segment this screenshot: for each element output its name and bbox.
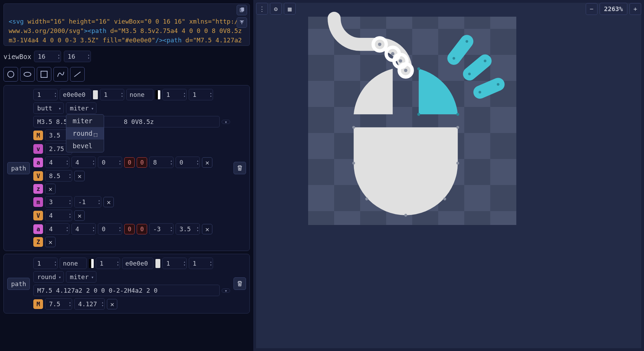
canvas-area[interactable] xyxy=(256,3,641,348)
cmd-arg-input[interactable] xyxy=(45,157,69,168)
svg-point-3 xyxy=(24,72,31,76)
linejoin-select[interactable]: miter xyxy=(66,102,96,114)
line-tool[interactable] xyxy=(70,67,85,82)
cmd-letter[interactable]: a xyxy=(33,224,43,234)
cmd-arg-input[interactable] xyxy=(176,223,200,235)
svg-point-25 xyxy=(456,113,459,116)
canvas-panel: ⋮ ⚙ ▦ − 2263% + xyxy=(253,0,644,351)
delete-command-button[interactable]: ✕ xyxy=(107,299,117,309)
cmd-arg-input[interactable] xyxy=(176,157,200,168)
copy-button[interactable] xyxy=(237,5,247,15)
grid-button[interactable]: ▦ xyxy=(284,3,296,15)
zoom-level[interactable]: 2263% xyxy=(600,3,627,15)
fill-color-input[interactable] xyxy=(60,258,87,269)
stroke-swatch[interactable] xyxy=(155,259,160,268)
spinner-icon[interactable]: ▴▾ xyxy=(58,51,60,61)
arc-flag-button[interactable]: 0 xyxy=(124,157,135,168)
curve-tool[interactable] xyxy=(53,67,68,82)
cmd-letter[interactable]: M xyxy=(33,299,43,309)
trash-icon xyxy=(237,281,243,287)
fill-color-input[interactable] xyxy=(60,89,91,100)
linecap-select[interactable]: round xyxy=(33,271,64,283)
path-block: path ▴▾ ▴▾ ▴▾ ▴▾ butt miter xyxy=(3,85,250,251)
fill-swatch[interactable] xyxy=(89,259,94,268)
stroke-swatch[interactable] xyxy=(155,90,160,99)
cmd-letter[interactable]: V xyxy=(33,211,43,220)
arc-flag-button[interactable]: 0 xyxy=(137,157,147,168)
linejoin-select[interactable]: miter xyxy=(66,271,96,283)
svg-source-code[interactable]: <svg width="16" height="16" viewBox="0 0… xyxy=(3,3,250,46)
stroke-color-input[interactable] xyxy=(122,258,153,269)
dropdown-option-bevel[interactable]: bevel xyxy=(66,140,104,152)
fill-opacity-input[interactable] xyxy=(100,89,124,100)
fill-opacity-input[interactable] xyxy=(96,258,120,269)
cmd-arg-input[interactable] xyxy=(149,223,173,235)
delete-path-button[interactable] xyxy=(234,162,246,174)
cmd-arg-input[interactable] xyxy=(98,223,122,235)
cmd-arg-input[interactable] xyxy=(45,170,72,182)
cmd-arg-input[interactable] xyxy=(45,210,72,221)
cmd-arg-input[interactable] xyxy=(149,157,173,168)
upload-button[interactable] xyxy=(237,17,247,28)
ellipse-tool[interactable] xyxy=(20,67,35,82)
path-type-label[interactable]: path xyxy=(7,278,30,290)
delete-path-button[interactable] xyxy=(234,277,246,290)
delete-command-button[interactable]: ✕ xyxy=(45,184,56,194)
path-d-collapse[interactable] xyxy=(222,289,230,293)
path-d-collapse[interactable] xyxy=(222,120,230,124)
cmd-arg-input[interactable] xyxy=(74,298,105,310)
viewbox-height-input[interactable] xyxy=(64,51,91,62)
cmd-arg-input[interactable] xyxy=(45,223,69,235)
delete-command-button[interactable]: ✕ xyxy=(45,237,56,247)
stroke-width-input[interactable] xyxy=(162,89,187,100)
path-d-preview[interactable]: M7.5 4.127a2 2 0 0 0-2-2H4a2 2 0 xyxy=(33,285,220,296)
cmd-letter[interactable]: m xyxy=(33,197,43,207)
opacity-input[interactable] xyxy=(33,258,58,269)
spinner-icon[interactable]: ▴▾ xyxy=(88,51,90,61)
zoom-in-button[interactable]: + xyxy=(629,3,641,15)
delete-command-button[interactable]: ✕ xyxy=(103,197,114,207)
delete-command-button[interactable]: ✕ xyxy=(74,210,85,221)
cmd-letter[interactable]: M xyxy=(33,131,43,140)
arc-flag-button[interactable]: 0 xyxy=(137,224,147,234)
stroke-opacity-input[interactable] xyxy=(189,258,213,269)
zoom-out-button[interactable]: − xyxy=(586,3,598,15)
cmd-letter[interactable]: Z xyxy=(33,237,43,247)
cmd-letter[interactable]: a xyxy=(33,158,43,167)
gear-icon: ⚙ xyxy=(274,5,278,12)
cmd-arg-input[interactable] xyxy=(74,196,101,208)
cmd-arg-input[interactable] xyxy=(71,157,96,168)
viewbox-row: viewBox ▴▾ ▴▾ xyxy=(0,46,253,67)
menu-button[interactable]: ⋮ xyxy=(256,3,268,15)
stroke-color-input[interactable] xyxy=(126,89,153,100)
linecap-select[interactable]: butt xyxy=(33,102,64,114)
stroke-width-input[interactable] xyxy=(162,258,187,269)
dropdown-option-miter[interactable]: miter xyxy=(66,115,104,127)
cmd-arg-input[interactable] xyxy=(45,196,72,208)
cmd-letter[interactable]: V xyxy=(33,171,43,181)
dropdown-option-round[interactable]: round⬚ xyxy=(66,127,104,140)
cmd-letter[interactable]: z xyxy=(33,184,43,194)
path-d-preview[interactable]: M3.5 8.5v2_____________8 0V8.5z xyxy=(33,116,220,127)
path-editor-scroll[interactable]: path ▴▾ ▴▾ ▴▾ ▴▾ butt miter xyxy=(0,85,253,351)
circle-tool[interactable] xyxy=(3,67,18,82)
cmd-arg-input[interactable] xyxy=(45,298,72,310)
svg-point-24 xyxy=(417,67,420,70)
delete-command-button[interactable]: ✕ xyxy=(74,171,85,181)
delete-command-button[interactable]: ✕ xyxy=(202,224,212,234)
cmd-arg-input[interactable] xyxy=(98,157,122,168)
cmd-letter[interactable]: v xyxy=(33,144,43,154)
opacity-input[interactable] xyxy=(33,89,58,100)
menu-icon: ⋮ xyxy=(259,5,265,12)
shape-tool-row xyxy=(0,67,253,85)
stroke-opacity-input[interactable] xyxy=(189,89,213,100)
path-type-label[interactable]: path xyxy=(7,162,30,174)
fill-swatch[interactable] xyxy=(93,90,98,99)
arc-flag-button[interactable]: 0 xyxy=(124,224,135,234)
svg-point-27 xyxy=(452,57,455,60)
settings-button[interactable]: ⚙ xyxy=(270,3,282,15)
cmd-arg-input[interactable] xyxy=(71,223,96,235)
delete-command-button[interactable]: ✕ xyxy=(202,157,212,168)
viewbox-width-input[interactable] xyxy=(34,51,61,62)
rect-tool[interactable] xyxy=(37,67,51,82)
